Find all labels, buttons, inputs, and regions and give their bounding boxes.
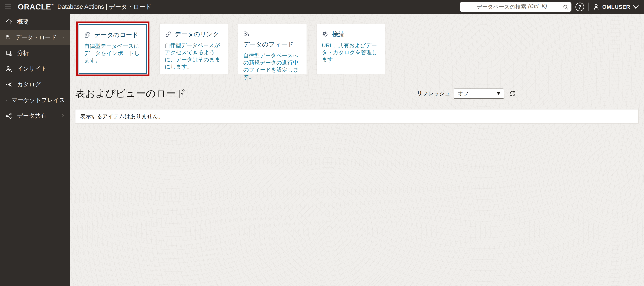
sidebar-item-overview[interactable]: 概要: [0, 14, 70, 30]
sidebar-item-insights[interactable]: インサイト: [0, 61, 70, 77]
refresh-interval-value: オフ: [458, 90, 469, 97]
username-label: OMLUSER: [602, 4, 630, 10]
link-data-icon: [165, 31, 172, 38]
search-icon: [563, 4, 568, 10]
chevron-down-icon: [633, 5, 639, 9]
items-list-empty-state: 表示するアイテムはありません。: [75, 109, 638, 123]
header-divider: [588, 3, 588, 11]
user-menu-button[interactable]: OMLUSER: [592, 3, 639, 11]
sidebar-item-marketplace[interactable]: マーケットプレイス: [0, 92, 70, 108]
hamburger-menu-button[interactable]: [5, 3, 13, 11]
card-title: データのフィード: [243, 30, 302, 49]
refresh-icon: [509, 90, 516, 97]
card-description: 自律型データベースにデータをインポートします。: [84, 42, 141, 64]
data-load-option-cards: データのロード 自律型データベースにデータをインポートします。 データのリンク …: [76, 22, 644, 76]
card-title: データのロード: [84, 31, 141, 39]
connections-gear-icon: [322, 31, 329, 38]
section-header-row: 表およびビューのロード リフレッシュ オフ: [75, 87, 638, 100]
registered-mark: ®: [52, 3, 54, 6]
card-title: 接続: [322, 30, 380, 38]
empty-message: 表示するアイテムはありません。: [80, 113, 164, 120]
refresh-interval-select[interactable]: オフ: [454, 89, 504, 99]
hamburger-icon: [5, 5, 11, 5]
search-placeholder: データベースの検索 (Ctrl+K): [476, 3, 554, 11]
brand-text: ORACLE: [18, 3, 51, 11]
card-description: 自律型データベースがアクセスできるように、データはそのままにします。: [165, 42, 223, 70]
connections-card[interactable]: 接続 URL、共有およびデータ・カタログを管理します: [317, 24, 385, 74]
sidebar-item-catalog[interactable]: カタログ: [0, 77, 70, 92]
oracle-logo: ORACLE ®: [18, 3, 54, 11]
sidebar-item-analysis[interactable]: 分析: [0, 45, 70, 61]
catalog-icon: [6, 81, 12, 88]
card-description: URL、共有およびデータ・カタログを管理します: [322, 42, 380, 63]
main-content: データのロード 自律型データベースにデータをインポートします。 データのリンク …: [70, 14, 644, 286]
card-title: データのリンク: [165, 30, 223, 38]
analysis-icon: [6, 50, 12, 57]
sidebar-item-data-share[interactable]: データ共有: [0, 108, 70, 124]
page-title: 表およびビューのロード: [75, 87, 186, 100]
database-search-input[interactable]: データベースの検索 (Ctrl+K): [460, 2, 572, 12]
refresh-controls: リフレッシュ オフ: [417, 89, 516, 99]
sidebar: 概要 データ・ロード 分析: [0, 14, 70, 286]
question-mark-icon: ?: [578, 4, 581, 10]
refresh-button[interactable]: [509, 90, 516, 97]
card-description: 自律型データベースへの新規データの進行中のフィードを設定します。: [243, 52, 302, 80]
data-share-icon: [6, 112, 12, 119]
insights-icon: [6, 65, 12, 72]
help-button[interactable]: ?: [576, 3, 584, 11]
chevron-right-icon: [60, 113, 65, 118]
data-load-icon: [6, 34, 11, 41]
select-caret-icon: [497, 92, 500, 95]
header-actions: データベースの検索 (Ctrl+K) ? OMLUSER: [460, 2, 639, 12]
chevron-right-icon: [62, 35, 65, 40]
feed-data-card[interactable]: データのフィード 自律型データベースへの新規データの進行中のフィードを設定します…: [238, 24, 306, 74]
feed-data-icon: [243, 30, 250, 37]
marketplace-icon: [6, 97, 7, 104]
sidebar-item-data-load[interactable]: データ・ロード: [0, 30, 70, 45]
link-data-card[interactable]: データのリンク 自律型データベースがアクセスできるように、データはそのままにしま…: [160, 24, 228, 74]
app-header: ORACLE ® Database Actions | データ・ロード データベ…: [0, 0, 644, 14]
load-data-card-highlight: データのロード 自律型データベースにデータをインポートします。: [76, 22, 150, 76]
user-icon: [592, 3, 600, 11]
home-icon: [6, 18, 12, 25]
refresh-label: リフレッシュ: [417, 90, 450, 97]
app-title: Database Actions | データ・ロード: [57, 3, 152, 11]
load-data-icon: [84, 32, 91, 38]
load-data-card[interactable]: データのロード 自律型データベースにデータをインポートします。: [78, 24, 147, 74]
